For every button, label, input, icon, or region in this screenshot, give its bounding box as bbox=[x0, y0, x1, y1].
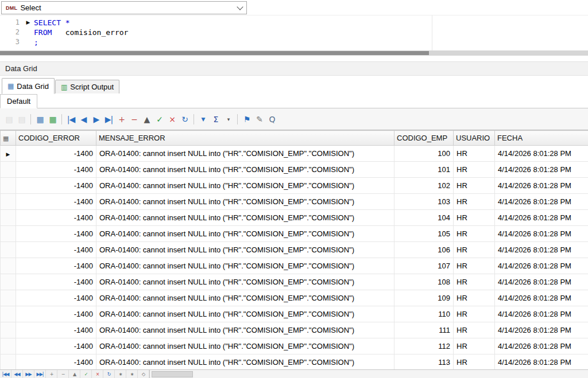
grid-options-icon[interactable]: ▦ bbox=[34, 113, 46, 125]
cell-codigo-error[interactable]: -1400 bbox=[16, 306, 96, 322]
row-selector[interactable] bbox=[1, 306, 16, 322]
column-header-mensaje-error[interactable]: MENSAJE_ERROR bbox=[96, 131, 394, 146]
cell-usuario[interactable]: HR bbox=[454, 322, 495, 338]
cell-mensaje-error[interactable]: ORA-01400: cannot insert NULL into ("HR"… bbox=[96, 146, 394, 162]
cell-codigo-emp[interactable]: 102 bbox=[394, 178, 454, 194]
subtab-default[interactable]: Default bbox=[0, 94, 37, 108]
table-row[interactable]: -1400 ORA-01400: cannot insert NULL into… bbox=[1, 226, 588, 242]
table-row[interactable]: -1400 ORA-01400: cannot insert NULL into… bbox=[1, 242, 588, 258]
cell-codigo-emp[interactable]: 106 bbox=[394, 242, 454, 258]
sql-editor[interactable]: 1 ▶ SELECT * 2 FROM comision_error 3 ; bbox=[0, 15, 588, 52]
cell-usuario[interactable]: HR bbox=[454, 258, 495, 274]
row-selector[interactable] bbox=[1, 242, 16, 258]
table-row[interactable]: -1400 ORA-01400: cannot insert NULL into… bbox=[1, 162, 588, 178]
chevron-down-icon[interactable] bbox=[237, 3, 243, 10]
bookmark-set-icon[interactable]: ∗ bbox=[115, 370, 126, 378]
pin-icon[interactable]: ⚑ bbox=[241, 113, 253, 125]
insert-record-icon[interactable]: + bbox=[46, 370, 57, 378]
cell-usuario[interactable]: HR bbox=[454, 210, 495, 226]
scrollbar-thumb[interactable] bbox=[152, 371, 193, 377]
cell-codigo-error[interactable]: -1400 bbox=[16, 146, 96, 162]
cell-usuario[interactable]: HR bbox=[454, 146, 495, 162]
cell-codigo-error[interactable]: -1400 bbox=[16, 274, 96, 290]
column-header-fecha[interactable]: FECHA bbox=[495, 131, 588, 146]
cell-mensaje-error[interactable]: ORA-01400: cannot insert NULL into ("HR"… bbox=[96, 258, 394, 274]
cell-codigo-emp[interactable]: 100 bbox=[394, 146, 454, 162]
cell-fecha[interactable]: 4/14/2026 8:01:28 PM bbox=[495, 322, 588, 338]
cell-fecha[interactable]: 4/14/2026 8:01:28 PM bbox=[495, 354, 588, 371]
cancel-edit-icon[interactable]: × bbox=[166, 113, 178, 125]
cell-usuario[interactable]: HR bbox=[454, 354, 495, 371]
cell-usuario[interactable]: HR bbox=[454, 290, 495, 306]
cell-codigo-error[interactable]: -1400 bbox=[16, 226, 96, 242]
next-record-icon[interactable]: ▶ bbox=[90, 113, 102, 125]
cell-fecha[interactable]: 4/14/2026 8:01:28 PM bbox=[495, 290, 588, 306]
cell-mensaje-error[interactable]: ORA-01400: cannot insert NULL into ("HR"… bbox=[96, 210, 394, 226]
row-selector[interactable] bbox=[1, 162, 16, 178]
cell-codigo-error[interactable]: -1400 bbox=[16, 210, 96, 226]
cell-codigo-emp[interactable]: 108 bbox=[394, 274, 454, 290]
cell-codigo-error[interactable]: -1400 bbox=[16, 242, 96, 258]
row-selector[interactable]: ▶ bbox=[1, 146, 16, 162]
row-selector[interactable] bbox=[1, 226, 16, 242]
row-selector[interactable] bbox=[1, 354, 16, 371]
editor-hscrollbar[interactable] bbox=[0, 50, 588, 56]
cell-mensaje-error[interactable]: ORA-01400: cannot insert NULL into ("HR"… bbox=[96, 242, 394, 258]
delete-record-icon[interactable]: − bbox=[128, 113, 140, 125]
row-selector[interactable] bbox=[1, 258, 16, 274]
cell-codigo-emp[interactable]: 110 bbox=[394, 306, 454, 322]
cell-usuario[interactable]: HR bbox=[454, 274, 495, 290]
cell-fecha[interactable]: 4/14/2026 8:01:28 PM bbox=[495, 242, 588, 258]
cell-mensaje-error[interactable]: ORA-01400: cannot insert NULL into ("HR"… bbox=[96, 162, 394, 178]
cell-mensaje-error[interactable]: ORA-01400: cannot insert NULL into ("HR"… bbox=[96, 290, 394, 306]
single-record-view-icon[interactable]: ◇ bbox=[138, 370, 149, 378]
refresh-icon[interactable]: ↻ bbox=[179, 113, 191, 125]
table-row[interactable]: -1400 ORA-01400: cannot insert NULL into… bbox=[1, 178, 588, 194]
sum-menu-chevron-icon[interactable]: ▾ bbox=[222, 113, 234, 125]
last-record-icon[interactable]: ▶| bbox=[103, 113, 115, 125]
cell-codigo-error[interactable]: -1400 bbox=[16, 338, 96, 354]
column-header-codigo-error[interactable]: CODIGO_ERROR bbox=[16, 131, 96, 146]
edit-record-icon[interactable]: ▲ bbox=[141, 113, 153, 125]
cell-usuario[interactable]: HR bbox=[454, 162, 495, 178]
insert-record-icon[interactable]: + bbox=[115, 113, 127, 125]
table-row[interactable]: -1400 ORA-01400: cannot insert NULL into… bbox=[1, 338, 588, 354]
cell-fecha[interactable]: 4/14/2026 8:01:28 PM bbox=[495, 258, 588, 274]
cell-usuario[interactable]: HR bbox=[454, 242, 495, 258]
cell-usuario[interactable]: HR bbox=[454, 338, 495, 354]
cell-codigo-emp[interactable]: 111 bbox=[394, 322, 454, 338]
cell-fecha[interactable]: 4/14/2026 8:01:28 PM bbox=[495, 226, 588, 242]
toggle-edit-icon[interactable]: ✎ bbox=[253, 113, 265, 125]
column-header-usuario[interactable]: USUARIO bbox=[454, 131, 495, 146]
table-row[interactable]: ▶ -1400 ORA-01400: cannot insert NULL in… bbox=[1, 146, 588, 162]
grid-menu-header[interactable]: ▦ bbox=[1, 131, 16, 146]
last-record-icon[interactable]: ▶▶| bbox=[34, 370, 46, 378]
cell-fecha[interactable]: 4/14/2026 8:01:28 PM bbox=[495, 210, 588, 226]
table-row[interactable]: -1400 ORA-01400: cannot insert NULL into… bbox=[1, 290, 588, 306]
row-selector[interactable] bbox=[1, 178, 16, 194]
scrollbar-thumb[interactable] bbox=[0, 51, 429, 55]
row-selector[interactable] bbox=[1, 194, 16, 210]
cell-fecha[interactable]: 4/14/2026 8:01:28 PM bbox=[495, 338, 588, 354]
table-row[interactable]: -1400 ORA-01400: cannot insert NULL into… bbox=[1, 210, 588, 226]
cell-fecha[interactable]: 4/14/2026 8:01:28 PM bbox=[495, 306, 588, 322]
row-selector[interactable] bbox=[1, 290, 16, 306]
cell-codigo-emp[interactable]: 105 bbox=[394, 226, 454, 242]
cell-codigo-emp[interactable]: 104 bbox=[394, 210, 454, 226]
cell-usuario[interactable]: HR bbox=[454, 226, 495, 242]
row-selector[interactable] bbox=[1, 322, 16, 338]
previous-record-icon[interactable]: ◀ bbox=[78, 113, 90, 125]
previous-page-icon[interactable]: ◀◀ bbox=[11, 370, 23, 378]
cell-codigo-error[interactable]: -1400 bbox=[16, 258, 96, 274]
row-selector[interactable] bbox=[1, 338, 16, 354]
grid-menu-icon[interactable]: ▦ bbox=[3, 135, 9, 142]
cell-codigo-emp[interactable]: 113 bbox=[394, 354, 454, 371]
export-dataset-icon[interactable]: ▦ bbox=[47, 113, 59, 125]
cell-mensaje-error[interactable]: ORA-01400: cannot insert NULL into ("HR"… bbox=[96, 338, 394, 354]
tab-data-grid[interactable]: ▦ Data Grid bbox=[2, 78, 55, 94]
cancel-edit-icon[interactable]: × bbox=[92, 370, 103, 378]
cell-codigo-emp[interactable]: 101 bbox=[394, 162, 454, 178]
table-row[interactable]: -1400 ORA-01400: cannot insert NULL into… bbox=[1, 194, 588, 210]
post-edit-icon[interactable]: ✓ bbox=[80, 370, 92, 378]
next-page-icon[interactable]: ▶▶ bbox=[23, 370, 34, 378]
